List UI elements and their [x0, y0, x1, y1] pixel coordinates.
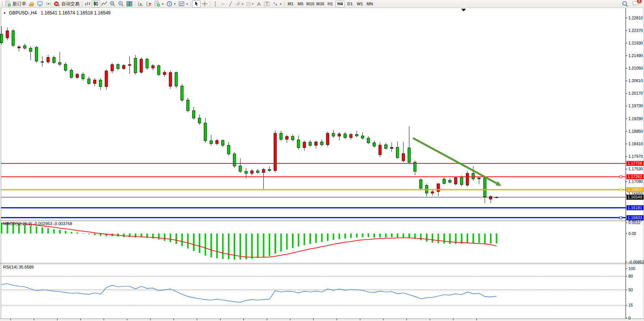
price-tick-label: 1.20170 — [628, 91, 643, 95]
auto-trading-icon — [54, 1, 60, 7]
cursor-tool-button[interactable] — [192, 0, 201, 8]
crosshair-tool-button[interactable] — [201, 0, 209, 8]
bar-chart-button[interactable] — [83, 0, 92, 8]
search-icon[interactable] — [622, 1, 628, 7]
price-tick-label: 1.21050 — [628, 66, 643, 70]
candle-bear — [158, 66, 160, 75]
chart-shift-button[interactable] — [145, 0, 153, 8]
candlestick-chart-button[interactable] — [92, 0, 100, 8]
toolbar-grip[interactable] — [2, 1, 3, 7]
candle-bull — [315, 142, 317, 145]
candle-bull — [111, 65, 113, 71]
arrows-icon — [272, 1, 278, 7]
market-depth-button[interactable] — [27, 0, 36, 8]
crosshair-icon — [202, 1, 208, 7]
candle-bear — [332, 133, 335, 136]
candle-bear — [12, 31, 14, 45]
new-chart-button[interactable]: ▼ — [153, 0, 165, 8]
channel-tool-button[interactable]: E — [234, 0, 245, 8]
candle-bear — [59, 62, 61, 64]
price-tick-label: 1.21930 — [628, 41, 643, 45]
candle-bear — [117, 65, 120, 69]
candle-bull — [216, 140, 218, 143]
new-order-button[interactable]: 新订单 — [4, 0, 27, 8]
timeframe-M15[interactable]: M15 — [306, 1, 315, 7]
zoom-out-icon — [118, 1, 124, 7]
candle-bull — [163, 72, 166, 75]
timeframe-H4[interactable]: H4 — [335, 1, 345, 7]
arrows-tool-button[interactable]: ▼ — [271, 0, 283, 8]
fibonacci-tool-button[interactable]: F — [245, 0, 255, 8]
toolbar-grip[interactable] — [284, 1, 285, 7]
timeframe-M1[interactable]: M1 — [286, 1, 295, 7]
periods-button[interactable]: ▼ — [165, 0, 177, 8]
macd-axis-label: 0.0032 — [628, 220, 641, 225]
channel-icon — [236, 1, 241, 6]
timeframe-M5[interactable]: M5 — [296, 1, 305, 7]
chevron-down-icon[interactable]: ▼ — [174, 3, 176, 5]
hline-handle[interactable] — [620, 216, 622, 219]
candle-bear — [198, 118, 201, 123]
candle-bear — [222, 140, 224, 145]
auto-trading-button[interactable]: 自动交易 — [53, 0, 81, 8]
chevron-down-icon[interactable]: ▼ — [186, 3, 188, 5]
macd-label: MACD(12,26,9) -0.002953 -0.003768 — [3, 221, 72, 226]
text-label-tool-button[interactable]: T — [263, 0, 271, 8]
auto-scroll-button[interactable] — [136, 0, 145, 8]
candle-bear — [245, 172, 247, 173]
candle-bear — [297, 140, 300, 148]
price-badge-label: 1.17728 — [628, 161, 642, 165]
price-tick-label: 1.18410 — [628, 141, 643, 146]
hline-handle[interactable] — [620, 176, 622, 178]
candle-bull — [18, 47, 20, 48]
price-tick-label: 1.19290 — [628, 116, 643, 121]
timeframe-MN[interactable]: MN — [365, 1, 375, 7]
chart-symbol-period: GBPUSD-,H4 — [9, 10, 37, 16]
chevron-down-icon[interactable]: ▼ — [279, 3, 282, 5]
text-tool-icon: A — [257, 1, 261, 7]
candle-bear — [41, 62, 44, 62]
timeframe-H1[interactable]: H1 — [325, 1, 335, 7]
candlestick-chart-icon — [93, 1, 99, 7]
candle-bear — [361, 136, 364, 138]
candle-bear — [472, 173, 475, 179]
hline-handle[interactable] — [620, 189, 622, 191]
candle-bull — [391, 147, 393, 148]
timeframe-D1[interactable]: D1 — [345, 1, 355, 7]
timeframe-W1[interactable]: W1 — [355, 1, 365, 7]
candle-bear — [134, 58, 137, 73]
chevron-down-icon[interactable]: ▼ — [161, 3, 164, 5]
templates-button[interactable]: ▼ — [177, 0, 190, 8]
zoom-in-button[interactable] — [108, 0, 117, 8]
tile-windows-icon — [126, 1, 132, 7]
candle-bear — [344, 134, 346, 138]
tile-windows-button[interactable] — [125, 0, 134, 8]
rsi-axis-label: 80 — [628, 274, 633, 278]
zoom-out-button[interactable] — [117, 0, 125, 8]
terminal-button[interactable] — [36, 0, 44, 8]
toolbar-grip[interactable] — [81, 1, 83, 7]
line-chart-button[interactable] — [100, 0, 108, 8]
candle-bear — [309, 142, 311, 145]
horizontal-line-tool-button[interactable]: ─ — [219, 0, 227, 8]
toolbar-grip[interactable] — [190, 1, 191, 7]
candle-bull — [262, 169, 265, 172]
macd-axis-label: 0.00 — [628, 231, 636, 236]
fibonacci-letter: F — [252, 2, 254, 6]
channel-letter: E — [242, 2, 244, 6]
trendline-icon: ╱ — [229, 1, 232, 6]
chart-canvas[interactable]: 1.228101.223701.219301.214901.210501.206… — [0, 8, 644, 321]
notifications-button[interactable]: 1 — [632, 0, 639, 8]
timeframe-M30[interactable]: M30 — [316, 1, 325, 7]
vertical-line-tool-button[interactable]: │ — [212, 0, 219, 8]
toolbar-separator — [135, 1, 135, 7]
candle-bull — [6, 31, 9, 38]
trendline-tool-button[interactable]: ╱ — [227, 0, 234, 8]
one-click-trading-toggle-icon[interactable]: ▼ — [3, 11, 6, 15]
signals-button[interactable] — [44, 0, 53, 8]
new-order-label: 新订单 — [13, 1, 26, 7]
candle-bear — [443, 179, 445, 183]
zoom-in-icon — [110, 1, 116, 7]
text-tool-button[interactable]: A — [255, 0, 263, 8]
rsi-axis-label: 100 — [628, 266, 635, 271]
